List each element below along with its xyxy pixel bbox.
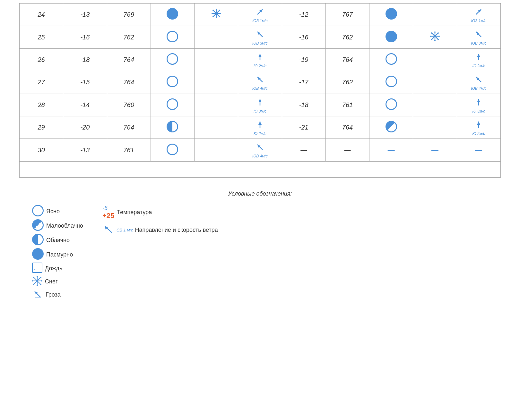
legend-item-snow: Снег [32,276,83,288]
precip2-cell [413,26,457,48]
precip2-cell [413,4,457,26]
precip2-cell [413,116,457,139]
pressure1: 764 [107,71,151,94]
svg-point-61 [33,284,34,285]
day-num: 25 [20,26,63,48]
legend-icon-wrap [32,234,44,247]
wind1-cell: ЮВ 4м/с [238,71,282,94]
svg-point-9 [219,16,220,17]
temp2: -12 [282,4,325,26]
svg-point-55 [37,285,38,286]
legend-item-label: Снег [45,278,58,285]
wind-arrow: Ю 2м/с [254,119,266,136]
sky2-cell [369,4,413,26]
precip2-cell [413,94,457,116]
wind-arrow: ЮВ 3м/с [252,29,268,46]
wind-legend-icon [102,224,115,236]
precip1-cell [195,116,238,139]
sky-icon-empty [167,98,178,110]
sky1-cell [151,94,194,116]
svg-marker-43 [477,99,480,102]
pressure2: 764 [325,48,369,71]
table-row: 29 -20 764 Ю 2м/с -21 764 Ю 2м/с [20,116,501,139]
sky-icon-empty [167,31,178,42]
legend-icon-empty [32,205,44,216]
precip1-cell [195,71,238,94]
sky2-cell [369,94,413,116]
day-num: 24 [20,4,63,26]
table-row: 27 -15 764 ЮВ 4м/с -17 762 ЮВ 4м/с [20,71,501,94]
empty-cell [20,161,501,177]
sky-icon-empty [386,53,397,65]
legend-icon-half [32,234,44,245]
legend-item-label: Пасмурно [46,251,73,258]
wind1-cell: ЮЗ 1м/с [238,4,282,26]
wind-arrow: ЮВ 3м/с [471,29,486,46]
svg-point-60 [40,277,41,278]
precip1-cell [195,139,238,161]
temp1: -16 [63,26,107,48]
legend-icon-thunder [32,289,43,299]
wind-arrow: Ю 3м/с [254,97,266,113]
svg-point-54 [37,276,38,277]
wind1-cell: Ю 2м/с [238,116,282,139]
legend-icon-quarter [32,219,44,231]
svg-point-7 [220,13,221,14]
pressure2: 762 [325,71,369,94]
temp-label: Температура [117,209,152,216]
temp2: -17 [282,71,325,94]
temp1: -14 [63,94,107,116]
svg-marker-45 [258,122,262,125]
precip-snow [430,33,440,43]
pressure1: 762 [107,26,151,48]
svg-point-6 [212,13,213,14]
svg-point-26 [431,32,432,34]
sky-icon-full [167,8,178,20]
precip1-cell [195,48,238,71]
sky-icon-quarter [386,121,397,132]
legend-icon-wrap: · ·· · [32,263,42,274]
pressure1: 764 [107,116,151,139]
table-empty-row [20,161,501,177]
sky1-cell [151,48,194,71]
table-row: 26 -18 764 Ю 2м/с -19 764 Ю 2м/с [20,48,501,71]
sky1-cell [151,116,194,139]
table-row: 25 -16 762 ЮВ 3м/с -16 762 [20,26,501,48]
pressure2: 761 [325,94,369,116]
sky2-cell [369,71,413,94]
svg-marker-47 [477,122,480,125]
legend-item-quarter: Малооблачно [32,219,83,232]
temp1: -20 [63,116,107,139]
precip-dash: — [431,146,438,154]
wind2-cell: — [457,139,500,161]
sky-icon-empty [167,144,178,155]
day-num: 26 [20,48,63,71]
precip2-cell: — [413,139,457,161]
svg-point-58 [33,277,34,278]
legend-item-empty: Ясно [32,205,83,218]
sky1-cell [151,4,194,26]
pressure2: — [325,139,369,161]
svg-point-29 [431,39,432,40]
legend-extra: -5 +25 Температура СВ 1 м/с Направление … [102,205,218,236]
precip1-cell [195,26,238,48]
day-num: 28 [20,94,63,116]
wind1-cell: ЮВ 3м/с [238,26,282,48]
legend-item-rain: · ·· ·Дождь [32,263,83,274]
svg-point-23 [434,40,436,41]
svg-marker-35 [477,54,480,57]
wind2-cell: Ю 2м/с [457,116,500,139]
legend-icon-wrap [32,219,44,232]
precip-snow [212,10,221,20]
legend-title: Условные обозначения: [19,190,501,197]
wind2-cell: Ю 3м/с [457,94,500,116]
wind-arrow: ЮВ 4м/с [471,74,486,91]
wind2-cell: ЮЗ 1м/с [457,4,500,26]
svg-point-56 [32,280,33,281]
legend-icon-wrap [32,289,43,301]
legend-item-label: Малооблачно [46,223,83,229]
svg-marker-41 [258,99,262,102]
legend-item-label: Облачно [46,237,70,244]
sky-icon-half [167,121,178,132]
temp2: — [282,139,325,161]
